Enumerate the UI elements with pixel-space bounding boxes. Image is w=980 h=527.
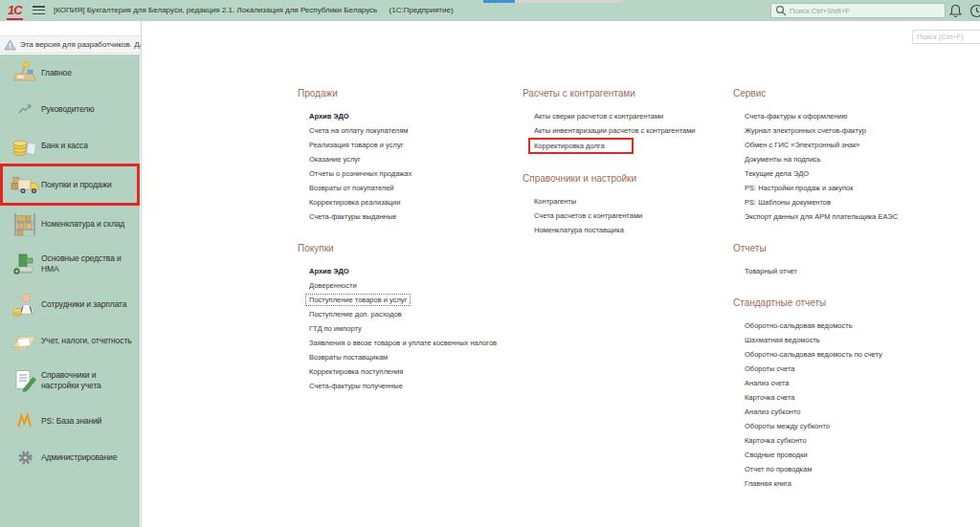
menu-command[interactable]: Поступление товаров и услуг — [298, 293, 520, 307]
menu-command[interactable]: Анализ субконто — [733, 405, 972, 419]
menu-command-label: Архив ЭДО — [309, 112, 349, 121]
menu-command-label: Возвраты поставщикам — [309, 353, 388, 362]
menu-command-label: Отчет по проводкам — [745, 465, 812, 473]
menu-command[interactable]: Корректировка долга — [523, 138, 731, 154]
sidebar-item-4[interactable]: Номенклатура и склад — [0, 206, 140, 242]
menu-command-label: PS: Настройки продаж и закупок — [745, 184, 853, 192]
menu-command[interactable]: Оборотно-сальдовая ведомость по счету — [733, 347, 972, 362]
sidebar-item-8[interactable]: Справочники и настройки учета — [0, 359, 140, 403]
notifications-button[interactable] — [948, 4, 964, 18]
menu-command[interactable]: Главная книга — [733, 476, 972, 491]
menu-command[interactable]: PS: Настройки продаж и закупок — [733, 181, 972, 195]
menu-command[interactable]: Корректировка поступления — [298, 364, 520, 379]
menu-command[interactable]: Архив ЭДО — [298, 264, 520, 278]
sidebar-item-label: Сотрудники и зарплата — [41, 299, 137, 310]
menu-command-label: Обмен с ГИС «Электронный знак» — [745, 141, 859, 149]
coins-icon — [9, 132, 41, 159]
menu-command[interactable]: Журнал электронных счетов-фактур — [733, 123, 972, 138]
menu-command[interactable]: Отчеты о розничных продажах — [298, 166, 520, 181]
desk-icon — [9, 59, 41, 86]
window-title: [КОПИЯ] Бухгалтерия для Беларуси, редакц… — [54, 0, 454, 21]
menu-command-label: Счета-фактуры выданные — [309, 212, 397, 221]
menu-command[interactable]: Архив ЭДО — [298, 109, 520, 123]
menu-command[interactable]: Номенклатура поставщика — [523, 223, 731, 237]
menu-command[interactable]: Счета-фактуры к оформлению — [733, 109, 972, 123]
sidebar-item-2[interactable]: Банк и касса — [0, 127, 140, 164]
menu-command-label: Корректировка поступления — [309, 367, 403, 376]
history-button[interactable] — [969, 4, 980, 18]
sidebar-item-label: Руководителю — [41, 104, 137, 115]
menu-command[interactable]: Акты сверки расчетов с контрагентами — [523, 109, 731, 123]
sidebar-item-3[interactable]: Покупки и продажи — [0, 164, 140, 206]
section-title: Сервис — [733, 88, 972, 99]
menu-command[interactable]: Возвраты от покупателей — [298, 181, 520, 195]
menu-command[interactable]: Карточка счета — [733, 390, 972, 405]
bell-icon — [948, 4, 964, 18]
history-icon — [969, 4, 980, 18]
menu-command[interactable]: Счета на оплату покупателям — [298, 123, 520, 138]
menu-command[interactable]: Текущие дела ЭДО — [733, 166, 972, 181]
menu-command[interactable]: Обороты счета — [733, 362, 972, 376]
menu-command-label: Шахматная ведомость — [745, 336, 820, 344]
menu-section: ОтчетыТоварный отчет — [733, 243, 972, 278]
1c-logo[interactable]: 1С — [7, 3, 23, 20]
menu-command[interactable]: Анализ счета — [733, 376, 972, 390]
menu-command-label: Поступление товаров и услуг — [306, 295, 410, 305]
menu-section: Справочники и настройкиКонтрагентыСчета … — [523, 173, 731, 237]
menu-command[interactable]: Отчет по проводкам — [733, 462, 972, 476]
menu-command[interactable]: Сводные проводки — [733, 448, 972, 462]
sidebar-item-label: Главное — [41, 68, 137, 78]
sidebar-item-label: Номенклатура и склад — [41, 219, 137, 230]
menu-command[interactable]: Счета расчетов с контрагентами — [523, 209, 731, 223]
menu-command[interactable]: Акты инвентаризации расчетов с контраген… — [523, 123, 731, 138]
section-title: Покупки — [298, 243, 520, 254]
sidebar-item-1[interactable]: Руководителю — [0, 91, 140, 127]
menu-command-label: Счета-фактуры к оформлению — [745, 112, 847, 121]
menu-command[interactable]: Товарный отчет — [733, 264, 972, 278]
section-title: Продажи — [298, 88, 520, 99]
menu-command[interactable]: Обороты между субконто — [733, 419, 972, 433]
sidebar-item-9[interactable]: PS: База знаний — [0, 403, 140, 439]
sidebar-item-7[interactable]: Учет, налоги, отчетность — [0, 322, 140, 359]
menu-command[interactable]: Контрагенты — [523, 194, 731, 209]
menu-command[interactable]: Документы на подпись — [733, 152, 972, 166]
shelf-icon — [9, 210, 41, 237]
main-menu-icon[interactable] — [33, 6, 45, 15]
sidebar-item-label: Администрирование — [41, 452, 137, 463]
developer-version-banner[interactable]: Эта версия для разработчиков. Дл — [0, 35, 141, 54]
menu-command[interactable]: Поступление доп. расходов — [298, 307, 520, 321]
menu-command[interactable]: Обмен с ГИС «Электронный знак» — [733, 138, 972, 152]
menu-command[interactable]: Экспорт данных для АРМ плательщика ЕАЭС — [733, 209, 972, 224]
menu-command-label: Журнал электронных счетов-фактур — [745, 126, 866, 135]
global-search-input[interactable] — [790, 7, 941, 15]
menu-command[interactable]: Оборотно-сальдовая ведомость — [733, 318, 972, 333]
menu-command-label: Оборотно-сальдовая ведомость — [745, 321, 853, 330]
menu-command-label: Номенклатура поставщика — [534, 226, 624, 234]
menu-command-label: Заявления о ввозе товаров и уплате косве… — [309, 339, 497, 347]
menu-command[interactable]: Доверенности — [298, 278, 520, 293]
menu-command[interactable]: Оказание услуг — [298, 152, 520, 166]
menu-command[interactable]: Счета-фактуры выданные — [298, 209, 520, 224]
menu-command[interactable]: Корректировка реализации — [298, 195, 520, 209]
menu-command-label: Корректировка реализации — [309, 198, 400, 207]
sidebar-item-0[interactable]: Главное — [0, 55, 140, 91]
sidebar-item-5[interactable]: Основные средства и НМА — [0, 242, 140, 286]
sidebar-item-label: Банк и касса — [41, 141, 137, 151]
menu-section: СервисСчета-фактуры к оформлениюЖурнал э… — [733, 88, 972, 224]
menu-command[interactable]: Возвраты поставщикам — [298, 350, 520, 364]
menu-command-label: Отчеты о розничных продажах — [309, 169, 412, 178]
global-search[interactable] — [770, 3, 946, 18]
menu-command[interactable]: PS: Шаблоны документов — [733, 195, 972, 209]
sidebar-item-label: Основные средства и НМА — [41, 253, 122, 274]
menu-command[interactable]: Карточка субконто — [733, 433, 972, 448]
sidebar-item-6[interactable]: Сотрудники и зарплата — [0, 286, 140, 322]
menu-command-label: Поступление доп. расходов — [309, 310, 402, 318]
knowledge-icon — [9, 411, 41, 430]
sidebar-item-10[interactable]: Администрирование — [0, 439, 140, 475]
menu-command[interactable]: Шахматная ведомость — [733, 333, 972, 347]
menu-command[interactable]: Реализация товаров и услуг — [298, 138, 520, 152]
menu-command[interactable]: ГТД по импорту — [298, 321, 520, 336]
menu-command[interactable]: Счета-фактуры полученные — [298, 379, 520, 393]
menu-command[interactable]: Заявления о ввозе товаров и уплате косве… — [298, 336, 520, 350]
menu-search-input[interactable] — [912, 30, 980, 44]
